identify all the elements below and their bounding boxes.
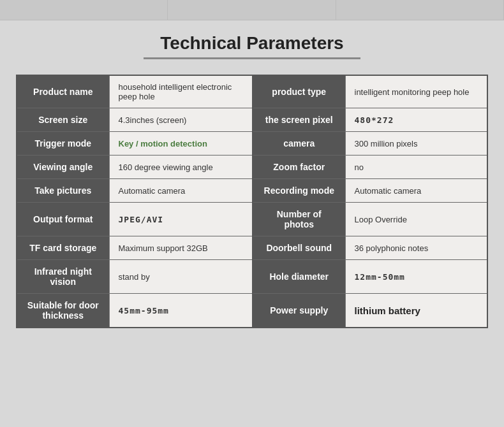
value-right-0: intelligent monitoring peep hole: [345, 75, 487, 108]
nav-item-1[interactable]: [0, 0, 168, 20]
label-right-3: Zoom factor: [253, 156, 345, 179]
label-right-2: camera: [253, 132, 345, 156]
label-left-0: Product name: [17, 75, 109, 108]
label-right-8: Power supply: [253, 294, 345, 328]
value-left-8: 45mm-95mm: [109, 294, 253, 328]
label-left-3: Viewing angle: [17, 156, 109, 179]
value-right-1: 480*272: [345, 108, 487, 132]
label-left-8: Suitable for door thickness: [17, 294, 109, 328]
value-left-2: Key / motion detection: [109, 132, 253, 156]
value-right-3: no: [345, 156, 487, 179]
table-row: Product namehousehold intelligent electr…: [17, 75, 487, 108]
label-left-1: Screen size: [17, 108, 109, 132]
label-right-4: Recording mode: [253, 179, 345, 203]
table-row: Infrared night visionstand byHole diamet…: [17, 260, 487, 294]
table-row: Screen size4.3inches (screen)the screen …: [17, 108, 487, 132]
value-right-4: Automatic camera: [345, 179, 487, 203]
parameters-table: Product namehousehold intelligent electr…: [16, 75, 488, 328]
value-right-2: 300 million pixels: [345, 132, 487, 156]
value-left-7: stand by: [109, 260, 253, 294]
title-underline: [144, 57, 360, 59]
label-right-0: product type: [253, 75, 345, 108]
value-right-6: 36 polyphonic notes: [345, 236, 487, 260]
table-row: Viewing angle160 degree viewing angleZoo…: [17, 156, 487, 179]
table-row: Output formatJPEG/AVINumber of photosLoo…: [17, 203, 487, 236]
value-left-0: household intelligent electronic peep ho…: [109, 75, 253, 108]
label-left-5: Output format: [17, 203, 109, 236]
label-left-4: Take pictures: [17, 179, 109, 203]
value-right-7: 12mm-50mm: [345, 260, 487, 294]
nav-item-3[interactable]: [336, 0, 504, 20]
label-left-7: Infrared night vision: [17, 260, 109, 294]
page-content: Technical Parameters Product namehouseho…: [0, 20, 504, 347]
table-row: Suitable for door thickness45mm-95mmPowe…: [17, 294, 487, 328]
table-row: Trigger modeKey / motion detectioncamera…: [17, 132, 487, 156]
label-right-1: the screen pixel: [253, 108, 345, 132]
label-right-7: Hole diameter: [253, 260, 345, 294]
value-left-6: Maximum support 32GB: [109, 236, 253, 260]
label-left-2: Trigger mode: [17, 132, 109, 156]
value-left-5: JPEG/AVI: [109, 203, 253, 236]
value-right-8: lithium battery: [345, 294, 487, 328]
title-section: Technical Parameters: [144, 33, 360, 59]
label-left-6: TF card storage: [17, 236, 109, 260]
table-row: Take picturesAutomatic cameraRecording m…: [17, 179, 487, 203]
nav-item-2[interactable]: [168, 0, 336, 20]
value-left-4: Automatic camera: [109, 179, 253, 203]
value-left-1: 4.3inches (screen): [109, 108, 253, 132]
table-row: TF card storageMaximum support 32GBDoorb…: [17, 236, 487, 260]
top-navigation: [0, 0, 504, 20]
value-left-3: 160 degree viewing angle: [109, 156, 253, 179]
page-title: Technical Parameters: [144, 33, 360, 54]
label-right-6: Doorbell sound: [253, 236, 345, 260]
value-right-5: Loop Override: [345, 203, 487, 236]
label-right-5: Number of photos: [253, 203, 345, 236]
